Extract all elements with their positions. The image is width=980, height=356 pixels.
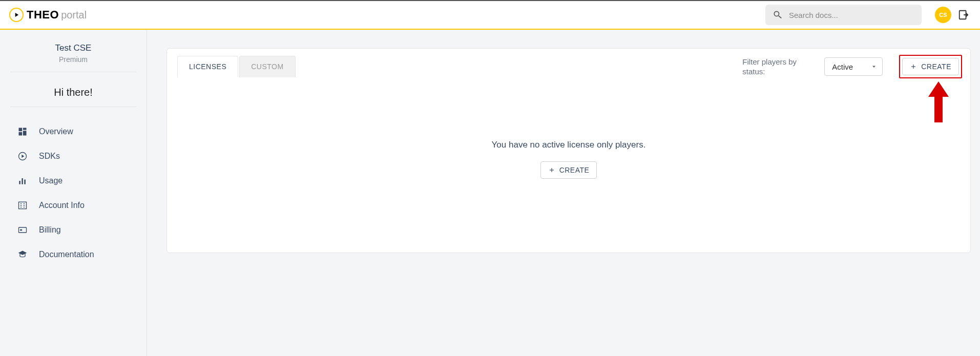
org-plan: Premium [20,55,126,64]
logo[interactable]: THEOportal [9,8,87,22]
tab-licenses[interactable]: LICENSES [177,56,238,77]
create-button-top[interactable]: CREATE [902,58,959,75]
sidebar-item-label: SDKs [39,152,60,161]
greeting-text: Hi there! [20,87,126,98]
logout-icon [958,9,969,20]
plus-icon [548,166,555,174]
chevron-down-icon [871,64,877,70]
create-button-label: CREATE [921,62,951,71]
billing-icon [17,225,28,235]
header-bar: THEOportal CS [0,0,980,30]
sidebar: Test CSE Premium Hi there! Overview SDKs… [0,30,147,356]
tabs: LICENSES CUSTOM [177,56,297,77]
svg-rect-10 [24,180,26,184]
logo-mark-icon [9,8,24,22]
create-button-label: CREATE [559,166,590,174]
search-box[interactable] [765,5,922,25]
tab-custom[interactable]: CUSTOM [239,56,295,77]
svg-rect-4 [23,131,27,135]
svg-marker-0 [15,13,18,17]
svg-rect-3 [23,128,27,130]
svg-marker-23 [928,81,949,122]
dashboard-icon [17,127,28,137]
building-icon [17,200,28,211]
svg-rect-5 [19,132,23,136]
org-name: Test CSE [20,43,126,53]
sidebar-item-label: Overview [39,127,73,136]
search-icon [773,10,783,20]
sidebar-item-label: Usage [39,176,62,185]
card-body: You have no active license only players.… [167,78,970,210]
sidebar-item-sdks[interactable]: SDKs [0,144,147,169]
create-button-empty[interactable]: CREATE [540,161,597,179]
svg-rect-9 [22,178,23,184]
search-input[interactable] [789,11,914,19]
svg-rect-8 [19,181,20,184]
card-toolbar: LICENSES CUSTOM Filter players by status… [167,49,970,78]
sidebar-item-label: Account Info [39,201,85,210]
graduation-icon [17,249,28,260]
logo-text: THEO [27,8,59,22]
svg-rect-11 [19,202,27,208]
sidebar-item-usage[interactable]: Usage [0,169,147,193]
chart-icon [17,176,28,186]
avatar[interactable]: CS [935,7,951,23]
sidebar-item-overview[interactable]: Overview [0,119,147,144]
status-filter-select[interactable]: Active [824,57,883,76]
sidebar-item-label: Documentation [39,250,94,259]
annotation-arrow-icon [928,81,949,122]
greeting-block: Hi there! [10,72,136,107]
create-highlight: CREATE [899,55,962,78]
filter-label: Filter players by status: [742,57,814,77]
main-content: LICENSES CUSTOM Filter players by status… [147,30,980,356]
svg-marker-7 [22,155,24,158]
logout-button[interactable] [956,8,971,22]
licenses-card: LICENSES CUSTOM Filter players by status… [166,48,971,253]
sidebar-item-account-info[interactable]: Account Info [0,193,147,218]
nav: Overview SDKs Usage Account Info Billing… [0,119,147,267]
svg-rect-2 [19,128,23,132]
empty-state-text: You have no active license only players. [492,140,646,150]
sidebar-item-billing[interactable]: Billing [0,218,147,242]
sidebar-item-label: Billing [39,225,61,235]
svg-marker-20 [872,66,875,68]
sidebar-item-documentation[interactable]: Documentation [0,242,147,267]
plus-icon [910,63,917,70]
play-circle-icon [17,151,28,161]
status-filter-value: Active [832,62,853,71]
org-block: Test CSE Premium [10,39,136,72]
logo-suffix: portal [61,9,87,21]
svg-rect-18 [19,227,27,233]
